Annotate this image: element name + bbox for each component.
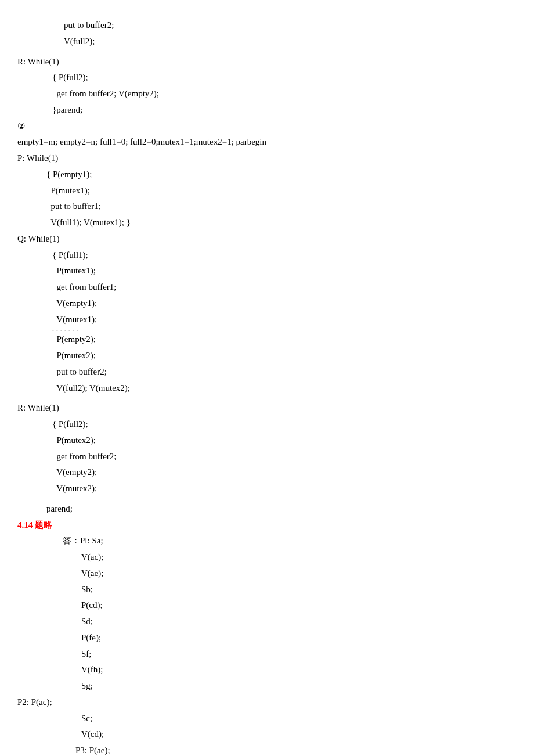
doc-line-5: get from buffer2; V(empty2);	[17, 86, 517, 102]
doc-line-23: put to buffer2;	[17, 364, 517, 380]
doc-line-2: }	[17, 50, 517, 54]
doc-line-33: parend;	[17, 501, 517, 517]
doc-line-18: V(empty1);	[17, 296, 517, 312]
doc-line-7: ②	[17, 118, 517, 135]
doc-line-12: put to buffer1;	[17, 199, 517, 215]
doc-line-44: Sg;	[17, 678, 517, 694]
doc-line-35: 答：Pl: Sa;	[17, 533, 517, 549]
doc-line-37: V(ae);	[17, 566, 517, 582]
doc-line-27: { P(full2);	[17, 416, 517, 433]
doc-line-17: get from buffer1;	[17, 279, 517, 296]
doc-line-11: P(mutex1);	[17, 183, 517, 199]
doc-line-8: empty1=m; empty2=n; full1=0; full2=0;mut…	[17, 134, 517, 150]
doc-line-20: 。。。。。。。	[17, 327, 517, 332]
doc-line-24: V(full2); V(mutex2);	[17, 380, 517, 397]
doc-line-41: P(fe);	[17, 630, 517, 646]
doc-line-0: put to buffer2;	[17, 17, 517, 34]
doc-line-34: 4.14 题略	[17, 517, 517, 534]
doc-line-43: V(fh);	[17, 662, 517, 678]
doc-line-4: { P(full2);	[17, 70, 517, 86]
doc-line-45: P2: P(ac);	[17, 694, 517, 711]
doc-line-21: P(empty2);	[17, 332, 517, 348]
document-body: put to buffer2;V(full2);}R: While(1){ P(…	[17, 17, 517, 756]
doc-line-13: V(full1); V(mutex1); }	[17, 215, 517, 231]
doc-line-32: }	[17, 497, 517, 501]
doc-line-28: P(mutex2);	[17, 433, 517, 449]
doc-line-47: V(cd);	[17, 726, 517, 743]
doc-line-40: Sd;	[17, 614, 517, 630]
doc-line-48: P3: P(ae);	[17, 743, 517, 756]
doc-line-1: V(full2);	[17, 34, 517, 50]
doc-line-25: }	[17, 396, 517, 400]
doc-line-14: Q: While(1)	[17, 231, 517, 247]
doc-line-6: }parend;	[17, 102, 517, 118]
doc-line-3: R: While(1)	[17, 54, 517, 70]
doc-line-26: R: While(1)	[17, 400, 517, 416]
doc-line-10: { P(empty1);	[17, 167, 517, 183]
doc-line-42: Sf;	[17, 646, 517, 663]
doc-line-36: V(ac);	[17, 549, 517, 566]
doc-line-29: get from buffer2;	[17, 449, 517, 465]
doc-line-15: { P(full1);	[17, 247, 517, 264]
doc-line-31: V(mutex2);	[17, 481, 517, 497]
doc-line-30: V(empty2);	[17, 465, 517, 481]
doc-line-46: Sc;	[17, 711, 517, 727]
doc-line-9: P: While(1)	[17, 150, 517, 167]
doc-line-38: Sb;	[17, 582, 517, 598]
doc-line-16: P(mutex1);	[17, 263, 517, 279]
doc-line-39: P(cd);	[17, 597, 517, 614]
doc-line-19: V(mutex1);	[17, 312, 517, 328]
doc-line-22: P(mutex2);	[17, 348, 517, 364]
